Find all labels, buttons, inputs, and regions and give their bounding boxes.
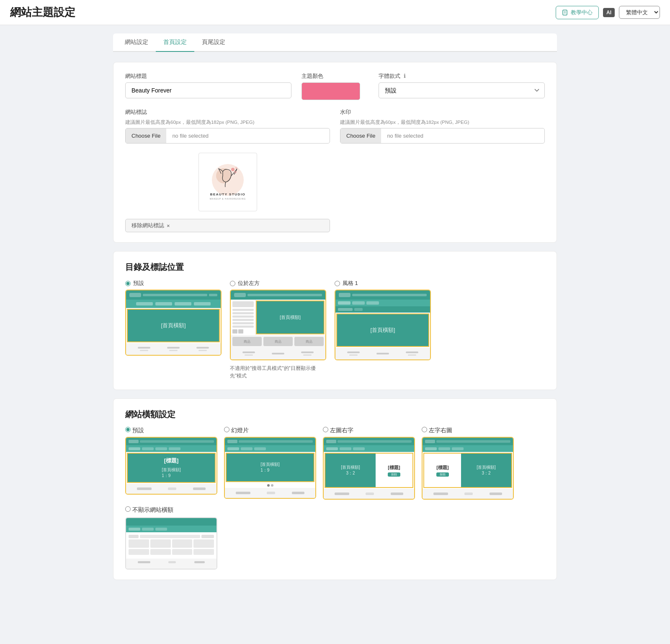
- banner-card-left-text: [標題] 按鈕 [首頁橫額]3：2: [422, 437, 514, 500]
- no-banner-card-wrap: [125, 517, 545, 570]
- watermark-file-name: no file selected: [381, 128, 429, 143]
- banner-radio-none[interactable]: [125, 506, 131, 512]
- nav-section-card: 目錄及標誌位置 預設: [113, 251, 557, 390]
- top-bar-right: 教學中心 AI 繁體中文: [556, 6, 660, 19]
- nav-layout-options: 預設 [首頁橫額]: [125, 280, 545, 380]
- font-group: 字體款式 ℹ 預設 標楷體 細明體 黑體: [379, 72, 545, 98]
- banner-section-title: 網站橫額設定: [125, 409, 545, 420]
- watermark-hint: 建議圖片最低高度為60px，最低闊度為182px (PNG, JPEG): [340, 119, 545, 126]
- font-label: 字體款式 ℹ: [379, 72, 545, 80]
- banner-card-left-img-footer: [324, 489, 414, 499]
- nav-card-style1: [首頁橫額]: [335, 290, 431, 360]
- logo-group: 網站標誌 建議圖片最低高度為60px，最低闊度為182px (PNG, JPEG…: [125, 108, 330, 232]
- nav-card-style1-footer: [335, 348, 430, 359]
- banner-card-left-img-body: [首頁橫額]3：2 [標題] 按鈕: [325, 453, 413, 488]
- nav-radio-style1[interactable]: [335, 281, 340, 286]
- nav-card-style1-nav2: [335, 306, 430, 313]
- nav-card-style1-banner: [首頁橫額]: [336, 313, 429, 347]
- banner-option-left-img-label[interactable]: 左圖右字: [323, 427, 415, 434]
- font-info-icon[interactable]: ℹ: [404, 73, 406, 79]
- nav-section-title: 目錄及標誌位置: [125, 262, 545, 273]
- watermark-choose-button[interactable]: Choose File: [340, 128, 381, 143]
- nav-card-default: [首頁橫額]: [125, 290, 222, 356]
- logo-choose-button[interactable]: Choose File: [126, 128, 166, 143]
- no-banner-row: 不顯示網站橫額: [125, 506, 545, 570]
- banner-card-slideshow-body: [首頁橫額]1：9: [226, 453, 314, 482]
- nav-option-style1-label[interactable]: 風格 1: [335, 280, 358, 287]
- no-banner-footer: [126, 559, 216, 569]
- banner-card-left-text-footer: [423, 489, 513, 499]
- color-group: 主題顏色: [302, 72, 368, 100]
- logo-file-input: Choose File no file selected: [125, 128, 330, 144]
- nav-option-default-label[interactable]: 預設: [125, 280, 144, 287]
- logo-hint: 建議圖片最低高度為60px，最低闊度為182px (PNG, JPEG): [125, 119, 330, 126]
- remove-logo-button[interactable]: 移除網站標誌 ×: [125, 219, 330, 232]
- svg-rect-0: [563, 10, 567, 15]
- banner-card-left-text-body: [標題] 按鈕 [首頁橫額]3：2: [423, 453, 512, 488]
- nav-radio-default[interactable]: [125, 281, 131, 286]
- nav-card-left-body: [首頁橫額]: [231, 300, 325, 335]
- nav-option-left[interactable]: 位於左方: [230, 280, 326, 380]
- left-text-btn: 按鈕: [436, 472, 449, 477]
- nav-option-style1[interactable]: 風格 1 [首頁橫額]: [335, 280, 431, 360]
- banner-card-slideshow-nav: [225, 445, 315, 452]
- tutorial-button[interactable]: 教學中心: [556, 6, 599, 19]
- banner-default-banner: [首頁橫額]1：9: [162, 467, 181, 479]
- site-settings-card: 網站標題 主題顏色 字體款式 ℹ 預設 標楷體 細明體 黑體: [113, 62, 557, 243]
- title-input[interactable]: [125, 82, 291, 98]
- banner-radio-left-text[interactable]: [422, 427, 427, 432]
- nav-card-left-footer: [231, 348, 325, 359]
- watermark-group: 水印 建議圖片最低高度為60px，最低闊度為182px (PNG, JPEG) …: [340, 108, 545, 144]
- banner-card-left-text-nav: [423, 445, 513, 452]
- banner-option-slideshow[interactable]: 幻燈片 [首頁橫額]1：9: [224, 427, 316, 499]
- banner-card-slideshow-dots: [225, 483, 315, 488]
- nav-card-style1-nav1: [335, 300, 430, 306]
- banner-card-default-header: [126, 438, 216, 445]
- nav-radio-left[interactable]: [230, 281, 235, 286]
- banner-card-slideshow: [首頁橫額]1：9: [224, 437, 316, 499]
- banner-option-left-img[interactable]: 左圖右字 [首頁橫額]3：2 [標題]: [323, 427, 415, 500]
- banner-radio-left-img[interactable]: [323, 427, 328, 432]
- banner-option-left-text[interactable]: 左字右圖 [標題]: [422, 427, 514, 500]
- banner-option-default-label[interactable]: 預設: [125, 427, 217, 434]
- banner-option-left-text-label[interactable]: 左字右圖: [422, 427, 514, 434]
- banner-card-default-body: [標題] [首頁橫額]1：9: [127, 453, 216, 483]
- banner-option-slideshow-label[interactable]: 幻燈片: [224, 427, 316, 434]
- nav-card-default-nav: [126, 300, 221, 308]
- banner-option-none-label[interactable]: 不顯示網站橫額: [125, 506, 173, 513]
- no-banner-card: [125, 517, 217, 570]
- title-label: 網站標題: [125, 72, 291, 80]
- banner-card-left-text-header: [423, 438, 513, 445]
- banner-card-left-img: [首頁橫額]3：2 [標題] 按鈕: [323, 437, 415, 500]
- font-select[interactable]: 預設 標楷體 細明體 黑體: [379, 82, 545, 98]
- nav-card-default-footer: [126, 343, 221, 355]
- nav-card-default-header: [126, 290, 221, 300]
- banner-option-default[interactable]: 預設 [標題] [首頁橫額]1：9: [125, 427, 217, 495]
- nav-card-left-header: [231, 290, 325, 300]
- nav-card-default-banner: [首頁橫額]: [127, 309, 220, 342]
- svg-point-7: [235, 167, 237, 169]
- title-group: 網站標題: [125, 72, 291, 98]
- banner-card-slideshow-header: [225, 438, 315, 445]
- left-text-title: [標題]: [436, 464, 448, 471]
- banner-radio-default[interactable]: [125, 427, 131, 432]
- banner-card-default-footer: [126, 484, 216, 494]
- page-title: 網站主題設定: [10, 5, 75, 20]
- top-bar: 網站主題設定 教學中心 AI 繁體中文: [0, 0, 670, 25]
- language-select[interactable]: 繁體中文: [619, 6, 660, 19]
- nav-option-default[interactable]: 預設 [首頁橫額]: [125, 280, 222, 356]
- svg-text:MAKEUP & HAIRDRESSING: MAKEUP & HAIRDRESSING: [209, 198, 245, 200]
- tab-site-settings[interactable]: 網站設定: [117, 33, 156, 52]
- nav-card-style1-header: [335, 290, 430, 300]
- ai-badge: AI: [603, 8, 615, 17]
- banner-radio-slideshow[interactable]: [224, 427, 229, 432]
- nav-card-left: [首頁橫額] 商品 商品 商品: [230, 290, 326, 360]
- nav-option-left-label[interactable]: 位於左方: [230, 280, 260, 287]
- left-img-btn: 按鈕: [388, 472, 400, 477]
- nav-card-left-products: 商品 商品 商品: [231, 335, 325, 348]
- logo-label: 網站標誌: [125, 108, 330, 116]
- tab-footer-settings[interactable]: 頁尾設定: [194, 33, 233, 52]
- color-picker[interactable]: [302, 82, 360, 100]
- tab-home-settings[interactable]: 首頁設定: [156, 33, 194, 52]
- banner-default-title: [標題]: [164, 457, 179, 464]
